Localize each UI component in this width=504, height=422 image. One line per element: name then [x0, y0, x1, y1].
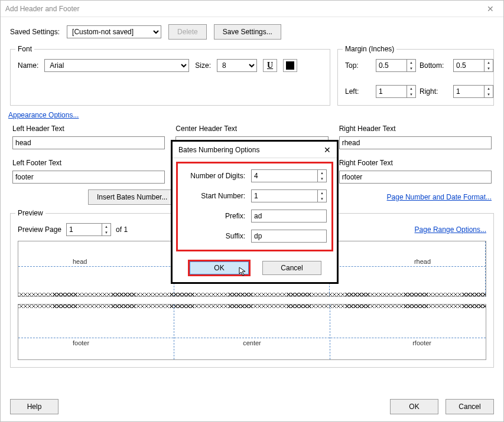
titlebar: Add Header and Footer ✕: [1, 1, 503, 17]
save-settings-button[interactable]: Save Settings...: [214, 24, 281, 40]
margin-right-input[interactable]: ▲▼: [453, 85, 496, 98]
preview-footer-text: footer: [73, 339, 89, 346]
preview-footer-page: footer center rfooter: [18, 304, 486, 360]
left-header-input[interactable]: [12, 136, 165, 149]
window-title: Add Header and Footer: [5, 5, 79, 13]
chevron-down-icon[interactable]: ▼: [102, 230, 110, 235]
margin-right-label: Right:: [420, 87, 452, 96]
preview-rhead-text: rhead: [414, 258, 431, 265]
margin-bottom-label: Bottom:: [420, 61, 452, 70]
font-name-select[interactable]: Arial: [44, 59, 189, 72]
digits-input[interactable]: ▲▼: [251, 169, 327, 182]
modal-titlebar: Bates Numbering Options ✕: [173, 142, 337, 158]
insert-bates-button[interactable]: Insert Bates Number...: [88, 189, 176, 205]
header-footer-dialog: Add Header and Footer ✕ Saved Settings: …: [0, 0, 504, 422]
margin-group: Margin (Inches) Top: ▲▼ Bottom: ▲▼ Left:…: [337, 49, 494, 106]
right-header-input[interactable]: [339, 136, 492, 149]
bates-options-dialog: Bates Numbering Options ✕ Number of Digi…: [172, 141, 337, 283]
margin-bottom-input[interactable]: ▲▼: [453, 59, 496, 72]
close-icon[interactable]: ✕: [482, 2, 499, 16]
page-date-format-link[interactable]: Page Number and Date Format...: [387, 193, 492, 201]
chevron-up-icon[interactable]: ▲: [407, 60, 415, 66]
font-name-label: Name:: [18, 61, 38, 70]
saved-settings-label: Saved Settings:: [10, 28, 60, 36]
color-button[interactable]: [283, 59, 297, 72]
margin-left-label: Left:: [345, 87, 375, 96]
underline-button[interactable]: U: [263, 59, 277, 72]
preview-rfooter-text: rfooter: [412, 339, 431, 346]
right-footer-input[interactable]: [339, 171, 492, 184]
preview-page-input[interactable]: ▲▼: [66, 223, 111, 236]
prefix-label: Prefix:: [183, 212, 248, 220]
chevron-up-icon[interactable]: ▲: [407, 86, 415, 91]
chevron-down-icon[interactable]: ▼: [407, 91, 415, 97]
chevron-up-icon[interactable]: ▲: [102, 224, 110, 230]
right-header-label: Right Header Text: [339, 125, 492, 133]
font-legend: Font: [15, 45, 34, 53]
chevron-down-icon[interactable]: ▼: [485, 91, 493, 97]
start-label: Start Number:: [183, 192, 248, 200]
margin-top-input[interactable]: ▲▼: [376, 59, 418, 72]
saved-settings-select[interactable]: [Custom-not saved]: [67, 25, 161, 38]
cancel-button[interactable]: Cancel: [446, 399, 494, 414]
chevron-up-icon[interactable]: ▲: [318, 190, 326, 196]
chevron-up-icon[interactable]: ▲: [485, 86, 493, 91]
modal-cancel-button[interactable]: Cancel: [262, 261, 321, 275]
center-header-label: Center Header Text: [175, 125, 328, 133]
help-button[interactable]: Help: [10, 399, 58, 414]
preview-head-text: head: [73, 258, 87, 265]
font-size-select[interactable]: 8: [217, 59, 257, 72]
underline-icon: U: [267, 61, 273, 70]
suffix-input[interactable]: [251, 230, 327, 243]
preview-legend: Preview: [15, 209, 45, 217]
modal-ok-button[interactable]: OK: [190, 261, 249, 274]
left-footer-input[interactable]: [12, 171, 165, 184]
delete-button: Delete: [168, 24, 207, 40]
left-header-label: Left Header Text: [12, 125, 165, 133]
chevron-down-icon[interactable]: ▼: [318, 176, 326, 182]
left-footer-label: Left Footer Text: [12, 159, 165, 167]
appearance-options-link[interactable]: Appearance Options...: [8, 111, 79, 119]
margin-legend: Margin (Inches): [343, 45, 396, 53]
ok-highlight: OK: [188, 260, 251, 276]
digits-label: Number of Digits:: [183, 172, 248, 180]
page-range-link[interactable]: Page Range Options...: [415, 225, 486, 234]
chevron-up-icon[interactable]: ▲: [318, 170, 326, 176]
start-input[interactable]: ▲▼: [251, 189, 327, 202]
margin-left-input[interactable]: ▲▼: [376, 85, 418, 98]
color-swatch-icon: [286, 61, 294, 70]
dialog-footer: Help OK Cancel: [1, 392, 503, 421]
modal-title: Bates Numbering Options: [178, 146, 259, 154]
modal-close-icon[interactable]: ✕: [324, 145, 331, 155]
font-size-label: Size:: [195, 61, 211, 70]
highlight-region: Number of Digits: ▲▼ Start Number: ▲▼ Pr…: [176, 162, 333, 251]
font-group: Font Name: Arial Size: 8 U Appearance Op…: [10, 49, 330, 106]
chevron-up-icon[interactable]: ▲: [485, 60, 493, 66]
chevron-down-icon[interactable]: ▼: [485, 66, 493, 71]
margin-top-label: Top:: [345, 61, 375, 70]
right-footer-label: Right Footer Text: [339, 159, 492, 167]
preview-of-total: of 1: [116, 225, 128, 234]
preview-page-label: Preview Page: [18, 225, 61, 234]
prefix-input[interactable]: [251, 210, 327, 223]
ok-button[interactable]: OK: [390, 399, 438, 414]
chevron-down-icon[interactable]: ▼: [318, 196, 326, 202]
chevron-down-icon[interactable]: ▼: [407, 66, 415, 71]
suffix-label: Suffix:: [183, 232, 248, 240]
preview-center-text: center: [243, 339, 261, 346]
